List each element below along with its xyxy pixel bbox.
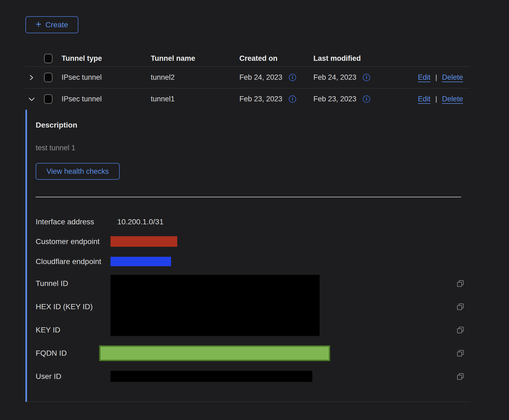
info-icon[interactable]: i bbox=[289, 74, 296, 81]
column-header-tunnel-name: Tunnel name bbox=[151, 54, 239, 63]
cloudflare-endpoint-redacted-value bbox=[110, 257, 171, 266]
created-on-cell: Feb 24, 2023 bbox=[239, 73, 282, 82]
tunnel-name-cell: tunnel2 bbox=[151, 73, 239, 82]
select-all-checkbox[interactable] bbox=[44, 54, 52, 63]
plus-icon: + bbox=[36, 19, 41, 29]
copy-fqdn-id-button[interactable] bbox=[451, 342, 470, 365]
table-row: IPsec tunnel tunnel1 Feb 23, 2023 i Feb … bbox=[25, 88, 470, 110]
copy-icon bbox=[456, 349, 465, 358]
hex-id-label: HEX ID (KEY ID) bbox=[36, 295, 110, 318]
row-checkbox[interactable] bbox=[44, 73, 52, 82]
info-icon[interactable]: i bbox=[363, 95, 370, 103]
last-modified-cell: Feb 24, 2023 bbox=[313, 73, 356, 82]
copy-icon bbox=[456, 302, 465, 311]
tunnel-id-label: Tunnel ID bbox=[36, 272, 110, 295]
tunnel-table: Tunnel type Tunnel name Created on Last … bbox=[25, 50, 470, 110]
copy-key-id-button[interactable] bbox=[451, 318, 470, 342]
last-modified-cell: Feb 23, 2023 bbox=[313, 95, 356, 103]
action-separator: | bbox=[435, 95, 437, 103]
copy-hex-id-button[interactable] bbox=[451, 295, 470, 318]
expanded-tunnel-panel: Description test tunnel 1 View health ch… bbox=[25, 110, 470, 402]
copy-tunnel-id-button[interactable] bbox=[451, 272, 470, 295]
create-button-label: Create bbox=[45, 21, 68, 29]
info-icon[interactable]: i bbox=[289, 95, 296, 103]
tunnel-type-cell: IPsec tunnel bbox=[62, 73, 151, 82]
fqdn-id-redacted-value bbox=[99, 345, 330, 361]
description-label: Description bbox=[36, 121, 470, 129]
user-id-label: User ID bbox=[36, 365, 110, 388]
create-button[interactable]: + Create bbox=[25, 16, 78, 33]
user-id-redacted-value bbox=[110, 371, 312, 382]
view-health-checks-button[interactable]: View health checks bbox=[36, 163, 120, 180]
action-separator: | bbox=[435, 73, 437, 82]
customer-endpoint-redacted-value bbox=[110, 236, 177, 247]
info-icon[interactable]: i bbox=[363, 74, 370, 81]
expand-row-button[interactable] bbox=[25, 74, 38, 81]
collapse-row-button[interactable] bbox=[25, 95, 38, 103]
chevron-right-icon bbox=[28, 74, 35, 81]
key-id-label: KEY ID bbox=[36, 318, 110, 342]
copy-user-id-button[interactable] bbox=[451, 365, 470, 388]
column-header-created-on: Created on bbox=[239, 54, 313, 63]
cloudflare-endpoint-label: Cloudflare endpoint bbox=[36, 251, 110, 272]
interface-address-label: Interface address bbox=[36, 212, 110, 232]
tunnel-type-cell: IPsec tunnel bbox=[62, 95, 151, 103]
column-header-last-modified: Last modified bbox=[313, 54, 411, 63]
chevron-down-icon bbox=[28, 95, 36, 103]
tunnel-details: Interface address 10.200.1.0/31 Customer… bbox=[36, 212, 470, 388]
edit-link[interactable]: Edit bbox=[418, 73, 431, 82]
delete-link[interactable]: Delete bbox=[442, 95, 463, 103]
copy-icon bbox=[456, 372, 465, 381]
delete-link[interactable]: Delete bbox=[442, 73, 463, 82]
copy-icon bbox=[456, 326, 465, 334]
panel-divider bbox=[36, 197, 461, 197]
edit-link[interactable]: Edit bbox=[418, 95, 431, 103]
interface-address-value: 10.200.1.0/31 bbox=[110, 212, 451, 232]
view-health-checks-label: View health checks bbox=[46, 167, 109, 176]
description-value: test tunnel 1 bbox=[36, 144, 470, 152]
table-row: IPsec tunnel tunnel2 Feb 24, 2023 i Feb … bbox=[25, 66, 470, 88]
created-on-cell: Feb 23, 2023 bbox=[239, 95, 282, 103]
table-header-row: Tunnel type Tunnel name Created on Last … bbox=[25, 50, 470, 66]
column-header-tunnel-type: Tunnel type bbox=[62, 54, 151, 63]
customer-endpoint-label: Customer endpoint bbox=[36, 232, 110, 251]
row-checkbox[interactable] bbox=[44, 94, 52, 104]
copy-icon bbox=[456, 279, 465, 288]
tunnel-hex-key-id-redacted-values bbox=[110, 275, 320, 336]
tunnel-name-cell: tunnel1 bbox=[151, 95, 239, 103]
